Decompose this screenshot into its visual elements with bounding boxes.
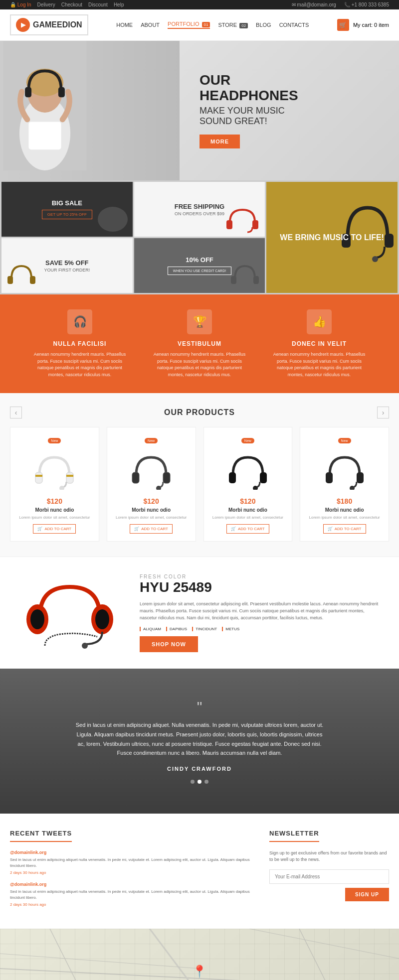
nav-about[interactable]: ABOUT (141, 22, 160, 28)
topbar-checkout[interactable]: Checkout (61, 2, 82, 7)
svg-rect-18 (66, 472, 73, 483)
nav-portfolio[interactable]: PORTFOLIO 01 (168, 21, 210, 29)
tag-1: ALIQUAM (140, 627, 161, 631)
featured-text: FRESH COLOR HYU 25489 Lorem ipsum dolor … (140, 574, 379, 652)
promo-grid: BIG SALE GET UP TO 25% OFF FREE SHIPPING… (0, 180, 399, 294)
tweet-handle-1: @domainlink.org (10, 850, 259, 855)
feature-title-1: NULLA FACILISI (30, 340, 130, 347)
topbar-help[interactable]: Help (114, 2, 124, 7)
logo[interactable]: ▶ GAMEEDION (10, 14, 88, 35)
signup-btn[interactable]: SIGN UP (345, 888, 389, 901)
featured-tags: ALIQUAM DAPIBUS TINCIDUNT METUS (140, 627, 379, 631)
newsletter-text: Sign up to get exclusive offers from our… (269, 850, 389, 863)
svg-rect-6 (29, 122, 61, 150)
tweet-handle-2: @domainlink.org (10, 882, 259, 887)
main-nav: HOME ABOUT PORTFOLIO 01 STORE 02 BLOG CO… (116, 21, 309, 29)
svg-rect-9 (252, 220, 258, 229)
product-img-3 (211, 447, 285, 492)
add-cart-btn-3[interactable]: 🛒 ADD TO CART (226, 524, 269, 534)
testimonial-section: " Sed in lacus ut enim adipiscing alique… (0, 669, 399, 814)
nav-blog[interactable]: BLOG (256, 22, 271, 28)
topbar-delivery[interactable]: Delivery (37, 2, 55, 7)
tweet-time-1: 2 days 30 hours ago (10, 870, 259, 875)
hero-section: OUR HEADPHONES MAKE YOUR MUSIC SOUND GRE… (0, 41, 399, 180)
hero-heading: OUR HEADPHONES (200, 73, 379, 104)
logo-text: GAMEEDION (33, 20, 82, 29)
topbar-discount[interactable]: Discount (88, 2, 108, 7)
product-card-4: New $180 Morbi nunc odio Lorem ipsum dol… (300, 427, 389, 542)
product-name-2: Morbi nunc odio (115, 507, 188, 513)
promo-10off-btn[interactable]: WHEN YOU USE CREDIT CARD! (168, 267, 231, 275)
map-pin[interactable]: 📍 (192, 965, 207, 979)
svg-point-12 (372, 256, 378, 262)
svg-point-34 (95, 609, 109, 629)
dot-2[interactable] (198, 780, 201, 784)
cart-icon[interactable]: 🛒 (337, 19, 349, 31)
svg-rect-17 (35, 472, 42, 483)
products-header: ‹ OUR PRODUCTS › (10, 408, 389, 417)
hero-subheading: MAKE YOUR MUSIC SOUND GREAT! (200, 106, 379, 127)
feature-text-1: Aenean nonummy hendrerit mauris. Phasell… (30, 351, 130, 378)
product-card-1: New $120 Morbi nunc odio Lorem ipsum dol… (10, 427, 99, 542)
svg-line-38 (150, 929, 224, 980)
svg-line-39 (299, 929, 349, 980)
svg-rect-4 (25, 87, 31, 97)
feature-title-2: VESTIBULUM (150, 340, 249, 347)
topbar-login[interactable]: 🔒 Log In (10, 2, 31, 7)
hero-cta-button[interactable]: MORE (200, 135, 240, 148)
products-section: ‹ OUR PRODUCTS › New $120 Morbi nunc (0, 393, 399, 557)
product-desc-1: Lorem ipsum dolor sit amet, consectetur (18, 515, 91, 520)
add-cart-btn-4[interactable]: 🛒 ADD TO CART (323, 524, 366, 534)
feature-3: 👍 DONEC IN VELIT Aenean nonummy hendreri… (259, 309, 379, 378)
shop-now-btn[interactable]: SHOP NOW (140, 636, 198, 652)
featured-desc: Lorem ipsum dolor sit amet, consectetur … (140, 600, 379, 622)
svg-point-32 (30, 609, 44, 629)
product-price-2: $120 (115, 497, 188, 505)
featured-label: FRESH COLOR (140, 574, 379, 579)
email-input[interactable] (269, 869, 389, 884)
product-badge-2: New (145, 438, 158, 443)
newsletter-section: NEWSLETTER Sign up to get exclusive offe… (269, 829, 389, 914)
feature-icon-3: 👍 (307, 309, 332, 334)
cart-icon-3: 🛒 (231, 527, 236, 531)
svg-line-42 (249, 929, 399, 959)
feature-text-2: Aenean nonummy hendrerit mauris. Phasell… (150, 351, 249, 378)
product-price-4: $180 (308, 497, 381, 505)
nav-home[interactable]: HOME (116, 22, 133, 28)
product-name-3: Morbi nunc odio (211, 507, 285, 513)
tweet-text-2: Sed in lacus ut enim adipiscing aliquet … (10, 889, 259, 901)
feature-icon-2: 🏆 (187, 309, 212, 334)
top-bar-left: 🔒 Log In Delivery Checkout Discount Help (10, 2, 124, 7)
svg-point-35 (82, 643, 88, 649)
products-next-btn[interactable]: › (377, 407, 389, 419)
products-prev-btn[interactable]: ‹ (10, 407, 22, 419)
promo-sale-btn[interactable]: GET UP TO 25% OFF (42, 210, 92, 219)
svg-rect-16 (253, 276, 259, 284)
dot-3[interactable] (204, 780, 208, 784)
tweet-time-2: 2 days 30 hours ago (10, 902, 259, 907)
feature-title-3: DONEC IN VELIT (269, 340, 369, 347)
logo-icon: ▶ (16, 18, 30, 32)
recent-tweets: RECENT TWEETS @domainlink.org Sed in lac… (10, 829, 259, 914)
tag-4: METUS (222, 627, 239, 631)
dot-1[interactable] (191, 780, 195, 784)
top-bar-right: ✉ mail@domain.org 📞 +1 800 333 6385 (292, 2, 389, 7)
add-cart-btn-2[interactable]: 🛒 ADD TO CART (130, 524, 173, 534)
top-bar: 🔒 Log In Delivery Checkout Discount Help… (0, 0, 399, 9)
product-img-2 (115, 447, 188, 492)
product-card-2: New $120 Morbi nunc odio Lorem ipsum dol… (107, 427, 196, 542)
bottom-section: RECENT TWEETS @domainlink.org Sed in lac… (0, 814, 399, 929)
product-badge-1: New (48, 438, 61, 443)
nav-contacts[interactable]: CONTACTS (279, 22, 309, 28)
add-cart-btn-1[interactable]: 🛒 ADD TO CART (33, 524, 76, 534)
featured-name: HYU 25489 (140, 579, 379, 595)
cart-icon-1: 🛒 (37, 527, 42, 531)
tweet-text-1: Sed in lacus ut enim adipiscing aliquet … (10, 857, 259, 869)
svg-rect-28 (326, 472, 333, 483)
product-img-1 (18, 447, 91, 492)
promo-free-shipping: FREE SHIPPING ON ORDERS OVER $99 (134, 182, 265, 237)
nav-store[interactable]: STORE 02 (218, 22, 248, 28)
svg-rect-20 (35, 475, 42, 477)
product-badge-3: New (241, 438, 254, 443)
svg-rect-11 (385, 234, 394, 248)
